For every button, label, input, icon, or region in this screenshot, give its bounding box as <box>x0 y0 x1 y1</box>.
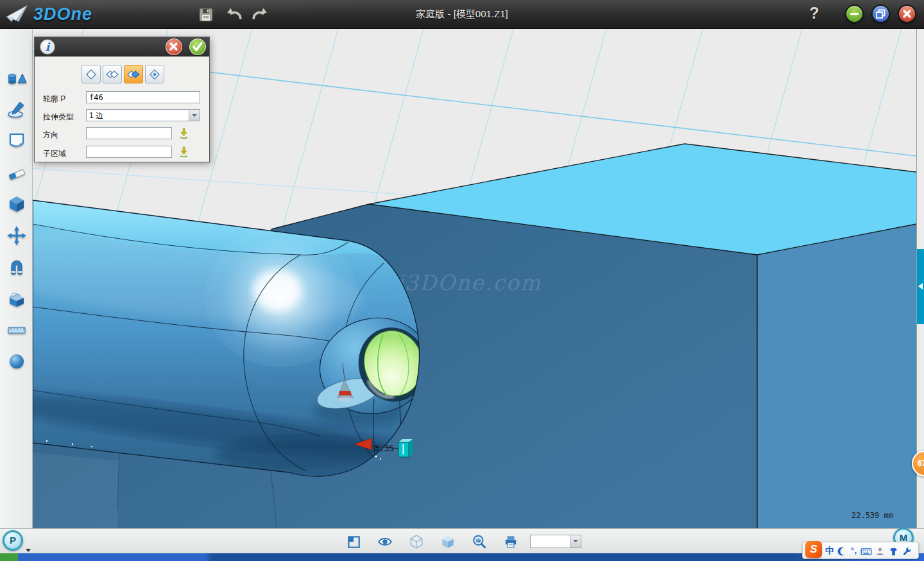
dropdown-arrow-button[interactable] <box>570 535 581 548</box>
profile-label: 轮廓 P <box>43 94 65 105</box>
ime-lang-toggle[interactable]: 中 <box>825 543 834 558</box>
app-logo-text: 3DOne <box>33 4 92 24</box>
eraser-tool[interactable] <box>6 164 27 184</box>
printer-icon <box>503 534 518 549</box>
ime-punct-toggle[interactable]: °, <box>851 543 857 558</box>
extrude-type-dropdown[interactable]: 1 边 <box>86 109 200 121</box>
view-plane-icon <box>346 534 361 549</box>
undo-icon <box>226 6 243 23</box>
view-plane-button[interactable] <box>346 534 361 549</box>
minimize-button[interactable] <box>845 4 864 23</box>
shaded-cube-icon <box>440 534 456 549</box>
taskbar-strip <box>0 553 924 561</box>
diamond-single-icon <box>85 69 98 80</box>
view-scale-dropdown[interactable] <box>530 535 581 548</box>
diamond-double-icon <box>106 69 119 80</box>
left-toolbar <box>0 29 33 528</box>
print-button[interactable] <box>503 534 518 549</box>
sketch-tool[interactable] <box>6 99 27 120</box>
extrude-mode-1-button[interactable] <box>81 65 101 83</box>
special-feature-tool[interactable] <box>6 288 27 309</box>
eraser-icon <box>6 164 27 184</box>
subregion-input[interactable] <box>86 146 172 158</box>
move-tool[interactable] <box>6 225 27 246</box>
extrude-dialog: i <box>34 37 210 162</box>
sketch-plane-icon <box>6 130 27 151</box>
sogou-logo[interactable]: S <box>805 541 822 558</box>
subregion-pick-button[interactable] <box>178 146 189 157</box>
extrude-mode-2-button[interactable] <box>103 65 122 83</box>
slab-right-face[interactable] <box>757 224 916 528</box>
pick-arrow-icon <box>178 146 189 157</box>
undo-button[interactable] <box>226 6 243 23</box>
extrude-type-label: 拉伸类型 <box>43 112 74 123</box>
help-button[interactable]: ? <box>805 4 823 23</box>
extrude-mode-4-button[interactable] <box>145 65 164 83</box>
subregion-label: 子区域 <box>43 148 66 159</box>
close-icon <box>899 6 915 22</box>
app-logo: 3DOne <box>5 3 92 25</box>
pick-arrow-icon <box>178 127 189 139</box>
profile-input[interactable] <box>86 91 200 103</box>
cancel-x-icon <box>166 39 181 54</box>
minimize-icon <box>846 6 862 22</box>
extrude-mode-buttons <box>81 65 164 83</box>
measure-tool[interactable] <box>6 320 27 340</box>
dropdown-arrow-button[interactable] <box>189 110 200 121</box>
move-arrows-icon <box>6 225 27 246</box>
zoom-cube-icon <box>472 534 487 549</box>
chevron-down-icon <box>573 540 578 542</box>
info-icon: i <box>40 39 55 55</box>
keyboard-icon[interactable] <box>860 544 872 557</box>
extrude-mode-3-button-selected[interactable] <box>124 65 143 83</box>
solid-tool[interactable] <box>6 194 27 214</box>
wrench-icon[interactable] <box>902 544 912 557</box>
ime-bar: S 中 °, <box>802 542 919 559</box>
restore-button[interactable] <box>871 4 890 23</box>
moon-icon[interactable] <box>837 544 848 557</box>
visibility-button[interactable] <box>377 534 393 549</box>
extrude-type-value: 1 边 <box>89 111 103 120</box>
diamond-filled-pair-icon <box>127 69 140 80</box>
wireframe-mode-button[interactable] <box>409 534 424 549</box>
panel-expand-tab[interactable] <box>917 249 924 324</box>
close-button[interactable] <box>898 4 916 23</box>
sketch-pencil-icon <box>6 99 27 120</box>
primitives-tool[interactable] <box>6 69 27 90</box>
direction-pick-button[interactable] <box>178 127 189 139</box>
eye-icon <box>377 534 393 549</box>
dialog-ok-button[interactable] <box>189 39 206 55</box>
direction-input[interactable] <box>86 127 172 139</box>
app-window: 3DOne 家 <box>0 0 924 561</box>
shaded-mode-button[interactable] <box>440 534 456 549</box>
redo-button[interactable] <box>252 6 268 23</box>
status-p-caret[interactable] <box>26 549 31 552</box>
skin-tshirt-icon[interactable] <box>888 544 899 557</box>
render-tool[interactable] <box>6 351 27 372</box>
chevron-down-icon <box>192 114 197 117</box>
ruler-icon <box>6 320 27 340</box>
dimension-value: 3.35 <box>374 444 394 453</box>
diamond-dot-icon <box>148 69 161 80</box>
cube-icon <box>6 194 27 214</box>
constraint-tool[interactable] <box>6 257 27 278</box>
sphere-icon <box>6 351 27 372</box>
direction-label: 方向 <box>43 130 58 141</box>
bottom-toolbar <box>0 528 924 553</box>
restore-icon <box>873 6 889 22</box>
dialog-header: i <box>35 37 209 56</box>
watermark: i3DOne.com <box>397 270 542 295</box>
redo-icon <box>252 6 268 23</box>
zoom-fit-button[interactable] <box>472 534 487 549</box>
save-icon <box>198 6 214 23</box>
wireframe-cube-icon <box>409 534 424 549</box>
dialog-cancel-button[interactable] <box>166 39 182 55</box>
magnet-icon <box>6 257 27 278</box>
status-p-button[interactable]: P <box>3 530 23 551</box>
user-icon[interactable] <box>875 544 885 557</box>
save-button[interactable] <box>198 6 214 23</box>
plane-tool[interactable] <box>6 130 27 151</box>
chevron-left-icon <box>918 283 923 289</box>
drag-handle[interactable] <box>398 439 413 457</box>
coordinate-readout: 22.539 mm <box>851 511 893 520</box>
